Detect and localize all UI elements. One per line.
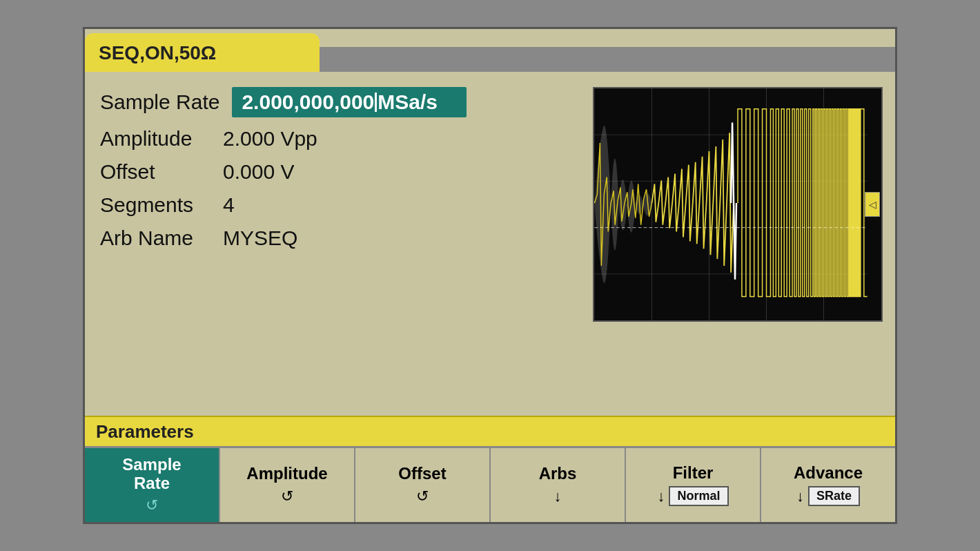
- sample-rate-unit: MSa/s: [378, 90, 438, 114]
- btn-arbs[interactable]: Arbs↓: [491, 448, 626, 522]
- offset-value: 0.000 V: [223, 160, 294, 184]
- parameters-bar: Parameters: [85, 416, 895, 446]
- btn-sample-rate-icon: ↺: [146, 496, 158, 514]
- info-panel: Sample Rate 2.000,000,000MSa/s Amplitude…: [100, 87, 574, 400]
- sample-rate-label: Sample Rate: [100, 90, 219, 114]
- btn-offset-icon: ↺: [416, 487, 429, 505]
- sample-rate-value: 2.000,000,000: [242, 90, 374, 114]
- arb-name-label: Arb Name: [100, 226, 210, 250]
- btn-sample-rate-label: Sample Rate: [122, 456, 181, 492]
- btn-amplitude[interactable]: Amplitude↺: [220, 448, 355, 522]
- bottom-buttons: Sample Rate↺Amplitude↺Offset↺Arbs↓Filter…: [85, 446, 895, 522]
- btn-advance[interactable]: Advance↓SRate: [761, 448, 895, 522]
- btn-filter-icon: ↓: [657, 487, 665, 505]
- text-cursor: [375, 93, 377, 112]
- btn-offset-label: Offset: [398, 465, 446, 483]
- parameters-label: Parameters: [96, 421, 194, 443]
- tab-label: SEQ,ON,50Ω: [85, 33, 320, 72]
- btn-advance-icon: ↓: [796, 487, 804, 505]
- waveform-panel: ◁: [593, 87, 883, 322]
- btn-filter[interactable]: Filter↓Normal: [626, 448, 761, 522]
- amplitude-value: 2.000 Vpp: [223, 127, 317, 151]
- offset-label: Offset: [100, 160, 210, 184]
- btn-amplitude-label: Amplitude: [246, 465, 327, 483]
- arb-name-row: Arb Name MYSEQ: [100, 226, 574, 250]
- btn-amplitude-icon: ↺: [281, 487, 293, 505]
- segments-value: 4: [223, 193, 235, 217]
- btn-offset[interactable]: Offset↺: [355, 448, 491, 522]
- btn-advance-label: Advance: [794, 464, 863, 482]
- btn-filter-sub: Normal: [669, 486, 728, 506]
- amplitude-label: Amplitude: [100, 127, 210, 151]
- btn-arbs-icon: ↓: [554, 487, 562, 505]
- amplitude-row: Amplitude 2.000 Vpp: [100, 127, 574, 151]
- segments-label: Segments: [100, 193, 210, 217]
- btn-advance-sub: SRate: [808, 486, 860, 506]
- main-content: Sample Rate 2.000,000,000MSa/s Amplitude…: [85, 72, 895, 416]
- btn-arbs-label: Arbs: [539, 465, 577, 483]
- screen: SEQ,ON,50Ω Sample Rate 2.000,000,000MSa/…: [83, 27, 897, 524]
- sample-rate-row: Sample Rate 2.000,000,000MSa/s: [100, 87, 574, 117]
- btn-filter-label: Filter: [673, 464, 714, 482]
- scroll-handle[interactable]: ◁: [865, 192, 880, 217]
- sample-rate-input[interactable]: 2.000,000,000MSa/s: [232, 87, 467, 117]
- offset-row: Offset 0.000 V: [100, 160, 574, 184]
- tab-label-text: SEQ,ON,50Ω: [99, 42, 216, 64]
- scroll-arrow-icon: ◁: [869, 199, 876, 210]
- top-header: SEQ,ON,50Ω: [85, 29, 895, 72]
- btn-sample-rate[interactable]: Sample Rate↺: [85, 448, 220, 522]
- waveform-svg: [594, 88, 881, 320]
- segments-row: Segments 4: [100, 193, 574, 217]
- tab-gray-area: [320, 47, 895, 72]
- arb-name-value: MYSEQ: [223, 226, 297, 250]
